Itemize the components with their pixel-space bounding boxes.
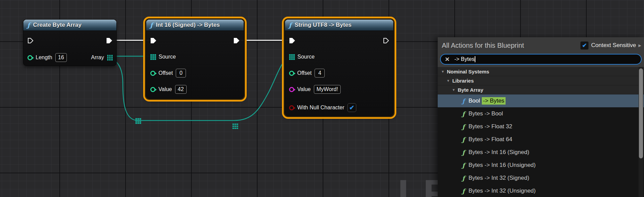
- action-item-bytes-to-int16-signed[interactable]: ƒ Bytes -> Int 16 (Signed): [438, 146, 644, 159]
- expand-arrow-icon[interactable]: ▶: [639, 43, 641, 48]
- pin-label: With Null Character: [297, 105, 344, 111]
- function-icon: ƒ: [462, 188, 465, 195]
- action-item-bool-to-bytes[interactable]: ƒ Bool -> Bytes: [438, 94, 644, 107]
- action-tree: ▼ Nominal Systems ▼ Libraries ▼ Byte Arr…: [438, 67, 644, 197]
- function-icon: ƒ: [462, 175, 465, 182]
- exec-in-pin[interactable]: [289, 38, 295, 44]
- scrollbar-track[interactable]: [639, 67, 643, 197]
- tree-category-nominal-systems[interactable]: ▼ Nominal Systems: [438, 67, 644, 76]
- node-title: String UTF8 -> Bytes: [295, 22, 352, 28]
- scrollbar-thumb[interactable]: [639, 68, 643, 158]
- exec-out-pin[interactable]: [233, 38, 240, 44]
- pin-label: Value: [297, 86, 311, 92]
- chevron-down-icon[interactable]: ▼: [452, 88, 455, 92]
- action-item-bytes-to-float32[interactable]: ƒ Bytes -> Float 32: [438, 120, 644, 133]
- clear-search-icon[interactable]: ✕: [445, 57, 450, 62]
- item-label: Bytes -> Float 32: [469, 123, 512, 130]
- length-value-input[interactable]: 16: [55, 53, 67, 62]
- exec-in-pin[interactable]: [150, 38, 156, 44]
- item-label: Bytes -> Int 32 (Unsigned): [469, 188, 536, 194]
- string-value-input[interactable]: MyWord!: [314, 85, 341, 94]
- function-icon: ƒ: [462, 162, 465, 169]
- offset-value-input[interactable]: 4: [315, 69, 325, 78]
- action-item-bytes-to-int32-signed[interactable]: ƒ Bytes -> Int 32 (Signed): [438, 172, 644, 184]
- chevron-down-icon[interactable]: ▼: [447, 79, 450, 83]
- action-item-bytes-to-float64[interactable]: ƒ Bytes -> Float 64: [438, 133, 644, 146]
- array-in-pin[interactable]: [289, 54, 291, 56]
- node-header[interactable]: ƒ Int 16 (Signed) -> Bytes: [146, 20, 244, 31]
- int-pin[interactable]: [150, 87, 155, 92]
- int-pin[interactable]: [289, 71, 294, 76]
- category-label: Byte Array: [458, 87, 483, 93]
- string-pin[interactable]: [289, 87, 294, 92]
- node-string-utf8-to-bytes[interactable]: ƒ String UTF8 -> Bytes Source Offset 4 V…: [285, 19, 394, 116]
- tree-category-byte-array[interactable]: ▼ Byte Array: [438, 85, 644, 94]
- reroute-node[interactable]: [232, 124, 234, 125]
- all-actions-panel: All Actions for this Blueprint ✔ Context…: [438, 37, 644, 197]
- with-null-character-checkbox[interactable]: ✔: [347, 103, 356, 112]
- node-create-byte-array[interactable]: ƒ Create Byte Array Length 16 Array: [23, 19, 117, 66]
- bool-pin[interactable]: [289, 105, 294, 110]
- node-int16-signed-to-bytes[interactable]: ƒ Int 16 (Signed) -> Bytes Source Offset…: [146, 19, 244, 99]
- panel-title: All Actions for this Blueprint: [442, 42, 580, 49]
- category-label: Nominal Systems: [447, 69, 489, 74]
- context-sensitive-label: Context Sensitive: [591, 42, 636, 49]
- text-caret: [475, 56, 475, 62]
- item-label: Bytes -> Int 32 (Signed): [469, 175, 529, 181]
- offset-value-input[interactable]: 0: [176, 69, 186, 78]
- int-pin[interactable]: [150, 71, 155, 76]
- pin-label: Array: [91, 54, 104, 61]
- item-label: Bytes -> Float 64: [469, 136, 512, 143]
- category-label: Libraries: [452, 78, 474, 84]
- pin-label: Value: [158, 86, 172, 92]
- function-icon: ƒ: [462, 123, 465, 130]
- pin-label: Offset: [297, 70, 311, 76]
- function-icon: ƒ: [27, 22, 30, 28]
- function-icon: ƒ: [462, 97, 465, 105]
- function-icon: ƒ: [462, 136, 465, 143]
- function-icon: ƒ: [462, 110, 465, 117]
- action-search-input[interactable]: ✕ -> Bytes: [440, 54, 642, 65]
- pin-label: Length: [36, 54, 52, 61]
- exec-out-pin[interactable]: [383, 38, 389, 44]
- search-value: -> Bytes: [454, 56, 475, 63]
- search-match-highlight: -> Bytes: [482, 97, 506, 105]
- array-in-pin[interactable]: [150, 54, 152, 56]
- node-title: Create Byte Array: [33, 22, 81, 28]
- tree-category-libraries[interactable]: ▼ Libraries: [438, 76, 644, 85]
- function-icon: ƒ: [289, 22, 291, 28]
- int-pin[interactable]: [27, 55, 33, 60]
- item-label: Bytes -> Bool: [469, 110, 503, 117]
- chevron-down-icon[interactable]: ▼: [441, 70, 444, 73]
- action-item-bytes-to-int32-unsigned[interactable]: ƒ Bytes -> Int 32 (Unsigned): [438, 184, 644, 197]
- pin-label: Source: [298, 54, 315, 60]
- function-icon: ƒ: [462, 149, 465, 156]
- item-label: Bytes -> Int 16 (Unsigned): [469, 162, 536, 169]
- item-label: Bytes -> Int 16 (Signed): [469, 149, 529, 156]
- action-item-bytes-to-bool[interactable]: ƒ Bytes -> Bool: [438, 107, 644, 120]
- array-out-pin[interactable]: [107, 55, 109, 57]
- node-header[interactable]: ƒ Create Byte Array: [23, 20, 116, 31]
- exec-out-pin[interactable]: [106, 38, 112, 44]
- reroute-node[interactable]: [135, 118, 137, 120]
- exec-in-pin[interactable]: [27, 38, 34, 44]
- pin-label: Offset: [158, 70, 173, 76]
- node-header[interactable]: ƒ String UTF8 -> Bytes: [285, 20, 393, 31]
- function-icon: ƒ: [150, 22, 153, 28]
- node-title: Int 16 (Signed) -> Bytes: [156, 22, 220, 28]
- pin-label: Source: [159, 54, 176, 60]
- value-input[interactable]: 42: [175, 85, 187, 94]
- action-item-bytes-to-int16-unsigned[interactable]: ƒ Bytes -> Int 16 (Unsigned): [438, 159, 644, 172]
- context-sensitive-checkbox[interactable]: ✔: [580, 41, 589, 50]
- item-label: Bool -> Bytes: [469, 97, 506, 104]
